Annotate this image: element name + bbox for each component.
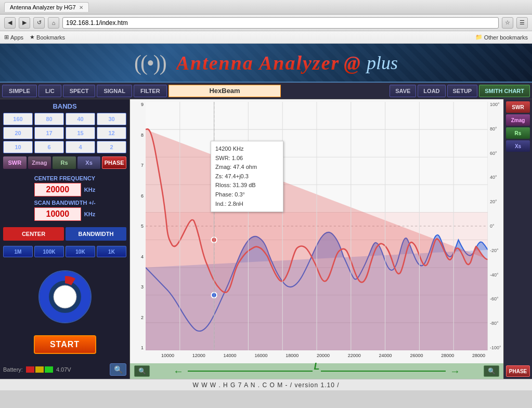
top-nav: SIMPLE L/C SPECT SIGNAL FILTER SAVE LOAD…: [0, 83, 532, 99]
rs-side-btn[interactable]: Rs: [53, 156, 76, 169]
tooltip-freq: 14200 KHz: [215, 144, 279, 154]
band-6[interactable]: 6: [34, 141, 64, 153]
bandwidth-mode-button[interactable]: BANDWIDTH: [66, 227, 126, 241]
search-zoom-left-button[interactable]: 🔍: [134, 365, 150, 377]
browser-tab[interactable]: Antenna Analyzer by HG7 ✕: [4, 2, 89, 12]
browser-toolbar: ◀ ▶ ↺ ⌂ ☆ ☰: [0, 15, 532, 31]
scan-bw-label: SCAN BANDWIDTH +/-: [3, 200, 126, 206]
band-15[interactable]: 15: [66, 127, 95, 139]
band-20[interactable]: 20: [3, 127, 33, 139]
tab-title: Antenna Analyzer by HG7: [10, 4, 76, 10]
battery-row: Battery: 4.07V 🔍: [3, 361, 126, 376]
star-icon[interactable]: ☆: [502, 17, 513, 29]
star-bookmark-icon: ★: [30, 34, 35, 41]
footer: W W W . H G 7 A N . C O M - / version 1.…: [0, 379, 532, 390]
tooltip-zs: Zs: 47.4+j0.3: [215, 172, 279, 181]
app-header: ((•)) Antenna Analyzer @ plus: [0, 44, 532, 83]
at-symbol: @: [344, 51, 361, 74]
setup-button[interactable]: SETUP: [447, 85, 478, 97]
band-10[interactable]: 10: [3, 141, 33, 153]
center-freq-input[interactable]: [34, 183, 81, 196]
antenna-name-input[interactable]: [168, 85, 281, 97]
band-12[interactable]: 12: [97, 127, 126, 139]
rs-right-button[interactable]: Rs: [506, 127, 530, 139]
step-1k[interactable]: 1K: [97, 246, 126, 257]
band-4[interactable]: 4: [66, 141, 95, 153]
bands-grid: 160 80 40 30 20 17 15 12 10 6 4 2: [3, 113, 126, 153]
xs-side-btn[interactable]: Xs: [77, 156, 101, 169]
band-30[interactable]: 30: [97, 113, 126, 125]
band-17[interactable]: 17: [34, 127, 64, 139]
tooltip-rloss: Rloss: 31.39 dB: [215, 181, 279, 190]
step-buttons: 1M 100K 10K 1K: [3, 246, 126, 257]
plus-label: plus: [367, 52, 398, 74]
swr-right-button[interactable]: SWR: [506, 101, 530, 113]
smith-chart-button[interactable]: SMITH CHART: [479, 85, 530, 97]
y-axis-left: 9 8 7 6 5 4 3 2 1: [130, 102, 145, 350]
tooltip-ind: Ind.: 2.8nH: [215, 200, 279, 209]
band-40[interactable]: 40: [66, 113, 95, 125]
lc-button[interactable]: L/C: [38, 85, 61, 97]
bands-section: BANDS 160 80 40 30 20 17 15 12 10 6 4 2: [3, 102, 126, 171]
bottom-bar: 🔍 ← L → 🔍: [130, 363, 503, 379]
save-button[interactable]: SAVE: [390, 85, 416, 97]
center-mode-button[interactable]: CENTER: [3, 227, 64, 241]
chart-area: 9 8 7 6 5 4 3 2 1 100° 80° 60° 40° 20°: [130, 99, 503, 379]
phase-right-button[interactable]: PHASE: [506, 365, 530, 377]
bookmarks-bar: ⊞ Apps ★ Bookmarks 📁 Other bookmarks: [0, 31, 532, 44]
center-freq-unit: KHz: [84, 187, 95, 193]
step-1m[interactable]: 1M: [3, 246, 33, 257]
folder-icon: 📁: [475, 34, 483, 41]
right-panel: SWR Zmag Rs Xs PHASE: [503, 99, 532, 379]
search-zoom-right-button[interactable]: 🔍: [484, 365, 499, 377]
zmag-right-button[interactable]: Zmag: [506, 114, 530, 126]
band-2[interactable]: 2: [97, 141, 126, 153]
spect-button[interactable]: SPECT: [63, 85, 96, 97]
signal-button[interactable]: SIGNAL: [97, 85, 132, 97]
chart-svg[interactable]: [146, 102, 488, 350]
step-100k[interactable]: 100K: [34, 246, 64, 257]
home-button[interactable]: ⌂: [48, 17, 59, 29]
filter-button[interactable]: FILTER: [134, 85, 167, 97]
phase-side-btn[interactable]: PHASE: [102, 156, 126, 169]
start-button[interactable]: START: [34, 335, 96, 354]
scan-bw-input[interactable]: [34, 207, 81, 221]
simple-button[interactable]: SIMPLE: [2, 85, 37, 97]
band-160[interactable]: 160: [3, 113, 33, 125]
app-title: Antenna Analyzer: [176, 51, 340, 74]
browser-titlebar: Antenna Analyzer by HG7 ✕: [0, 0, 532, 15]
load-button[interactable]: LOAD: [418, 85, 445, 97]
apps-icon: ⊞: [4, 34, 9, 41]
svg-point-2: [54, 285, 76, 308]
chart-tooltip: 14200 KHz SWR: 1.06 Zmag: 47.4 ohm Zs: 4…: [211, 141, 283, 212]
x-axis-labels: 10000 12000 14000 16000 18000 20000 2200…: [146, 353, 488, 361]
band-80[interactable]: 80: [34, 113, 64, 125]
refresh-button[interactable]: ↺: [33, 17, 45, 29]
other-bookmarks[interactable]: 📁 Other bookmarks: [475, 34, 528, 41]
bands-title: BANDS: [3, 102, 126, 110]
logo: ((•)): [134, 50, 166, 75]
forward-button[interactable]: ▶: [19, 17, 30, 29]
back-button[interactable]: ◀: [4, 17, 16, 29]
menu-button[interactable]: ☰: [516, 17, 528, 29]
tooltip-swr: SWR: 1.06: [215, 154, 279, 163]
search-left-button[interactable]: 🔍: [110, 363, 126, 376]
scan-bw-unit: KHz: [84, 211, 95, 217]
battery-label: Battery:: [3, 366, 23, 373]
tab-close[interactable]: ✕: [79, 5, 83, 10]
battery-indicator: [26, 366, 53, 373]
start-section: START: [3, 335, 126, 354]
address-bar[interactable]: [62, 17, 499, 29]
main-area: BANDS 160 80 40 30 20 17 15 12 10 6 4 2: [0, 99, 532, 379]
zmag-side-btn[interactable]: Zmag: [28, 156, 51, 169]
center-freq-label: CENTER FREQUENCY: [3, 175, 126, 181]
step-10k[interactable]: 10K: [66, 246, 95, 257]
freq-section: CENTER FREQUENCY KHz SCAN BANDWIDTH +/- …: [3, 175, 126, 224]
xs-right-button[interactable]: Xs: [506, 140, 530, 152]
donut-chart: [34, 266, 96, 328]
swr-side-btn[interactable]: SWR: [3, 156, 27, 169]
bookmarks-item[interactable]: ★ Bookmarks: [30, 34, 65, 41]
chart-canvas-wrapper[interactable]: 9 8 7 6 5 4 3 2 1 100° 80° 60° 40° 20°: [130, 99, 503, 363]
app-container: ((•)) Antenna Analyzer @ plus SIMPLE L/C…: [0, 44, 532, 390]
apps-item[interactable]: ⊞ Apps: [4, 34, 23, 41]
